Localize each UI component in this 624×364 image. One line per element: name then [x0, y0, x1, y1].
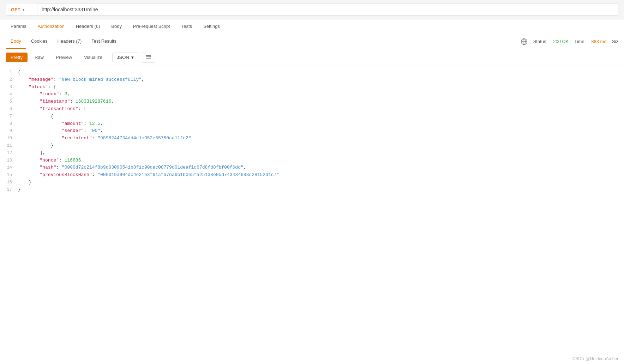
- response-tab-headers[interactable]: Headers (7): [53, 34, 87, 49]
- line-content: "sender": "00",: [18, 127, 624, 135]
- line-number: 1: [0, 69, 18, 76]
- line-number: 5: [0, 98, 18, 105]
- time-label: Time:: [574, 39, 586, 44]
- response-tab-body[interactable]: Body: [6, 34, 26, 49]
- json-line: 12 ],: [0, 150, 624, 157]
- tab-tests[interactable]: Tests: [176, 19, 197, 34]
- line-content: "amount": 12.5,: [18, 120, 624, 128]
- json-line: 9 "sender": "00",: [0, 127, 624, 135]
- tab-headers[interactable]: Headers (6): [71, 19, 105, 34]
- format-tab-preview[interactable]: Preview: [51, 53, 77, 62]
- line-content: ],: [18, 150, 624, 157]
- url-input[interactable]: [37, 4, 618, 16]
- time-value: 883 ms: [591, 39, 606, 44]
- json-line: 14 "hash": "0000d72c214f8b9d03090541b8f1…: [0, 164, 624, 171]
- json-line: 6 "transactions": [: [0, 105, 624, 113]
- line-number: 15: [0, 171, 18, 178]
- size-label: Siz: [612, 39, 618, 44]
- wrap-lines-icon: [146, 54, 151, 60]
- line-number: 14: [0, 164, 18, 171]
- line-number: 2: [0, 76, 18, 83]
- line-content: "index": 3,: [18, 91, 624, 98]
- line-number: 12: [0, 150, 18, 157]
- response-tabs-bar: Body Cookies Headers (7) Test Results St…: [0, 34, 624, 49]
- line-number: 11: [0, 142, 18, 149]
- response-section: Body Cookies Headers (7) Test Results St…: [0, 34, 624, 201]
- json-line: 17}: [0, 186, 624, 194]
- line-content: {: [18, 69, 624, 76]
- line-number: 16: [0, 179, 18, 186]
- json-line: 5 "timestamp": 1683319287616,: [0, 98, 624, 105]
- line-number: 4: [0, 91, 18, 98]
- wrap-lines-button[interactable]: [142, 52, 155, 63]
- globe-icon: [521, 38, 528, 45]
- line-content: "message": "New block mined successfully…: [18, 76, 624, 84]
- line-content: "previousBlockHash": "000019a904dc4e21e3…: [18, 171, 624, 179]
- json-line: 2 "message": "New block mined successful…: [0, 76, 624, 84]
- method-chevron-icon: ▾: [23, 8, 24, 12]
- method-label: GET: [11, 7, 20, 12]
- line-number: 9: [0, 127, 18, 134]
- line-content: {: [18, 113, 624, 120]
- json-type-label: JSON: [117, 55, 129, 60]
- method-selector[interactable]: GET ▾: [6, 4, 37, 16]
- url-bar: GET ▾: [0, 0, 624, 19]
- line-content: "nonce": 116686,: [18, 157, 624, 164]
- line-number: 13: [0, 157, 18, 164]
- response-status-area: Status: 200 OK Time: 883 ms Siz: [521, 38, 618, 45]
- json-line: 11 }: [0, 142, 624, 150]
- line-content: }: [18, 142, 624, 150]
- tab-params[interactable]: Params: [6, 19, 31, 34]
- json-line: 3 "block": {: [0, 84, 624, 91]
- status-label: Status:: [533, 39, 547, 44]
- line-number: 8: [0, 120, 18, 127]
- response-tab-test-results[interactable]: Test Results: [86, 34, 121, 49]
- json-body: 1{2 "message": "New block mined successf…: [0, 66, 624, 201]
- format-tab-raw[interactable]: Raw: [30, 53, 49, 62]
- line-number: 17: [0, 186, 18, 193]
- tab-pre-request-script[interactable]: Pre-request Script: [128, 19, 175, 34]
- line-number: 10: [0, 135, 18, 142]
- line-content: "recipient": "9898244734dd4e1c952c65750a…: [18, 135, 624, 142]
- json-line: 16 }: [0, 179, 624, 186]
- line-content: "block": {: [18, 84, 624, 91]
- json-line: 13 "nonce": 116686,: [0, 157, 624, 164]
- json-line: 15 "previousBlockHash": "000019a904dc4e2…: [0, 171, 624, 179]
- line-number: 6: [0, 105, 18, 113]
- line-content: "timestamp": 1683319287616,: [18, 98, 624, 105]
- line-content: }: [18, 186, 624, 194]
- json-line: 8 "amount": 12.5,: [0, 120, 624, 128]
- format-tab-visualize[interactable]: Visualize: [79, 53, 107, 62]
- line-content: }: [18, 179, 624, 186]
- status-value: 200 OK: [553, 39, 569, 44]
- format-tab-pretty[interactable]: Pretty: [6, 53, 28, 62]
- line-number: 7: [0, 113, 18, 120]
- json-line: 7 {: [0, 113, 624, 120]
- line-content: "transactions": [: [18, 105, 624, 113]
- response-tab-cookies[interactable]: Cookies: [26, 34, 53, 49]
- line-number: 3: [0, 84, 18, 91]
- tab-body[interactable]: Body: [106, 19, 127, 34]
- json-line: 1{: [0, 69, 624, 76]
- json-line: 10 "recipient": "9898244734dd4e1c952c657…: [0, 135, 624, 142]
- format-row: Pretty Raw Preview Visualize JSON ▾: [0, 49, 624, 66]
- tab-settings[interactable]: Settings: [198, 19, 225, 34]
- json-chevron-icon: ▾: [131, 55, 134, 60]
- json-line: 4 "index": 3,: [0, 91, 624, 98]
- tab-authorization[interactable]: Authorization: [33, 19, 70, 34]
- line-content: "hash": "0000d72c214f8b9d03090541b8f1c90…: [18, 164, 624, 171]
- json-type-selector[interactable]: JSON ▾: [112, 53, 138, 62]
- request-tabs-bar: Params Authorization Headers (6) Body Pr…: [0, 19, 624, 34]
